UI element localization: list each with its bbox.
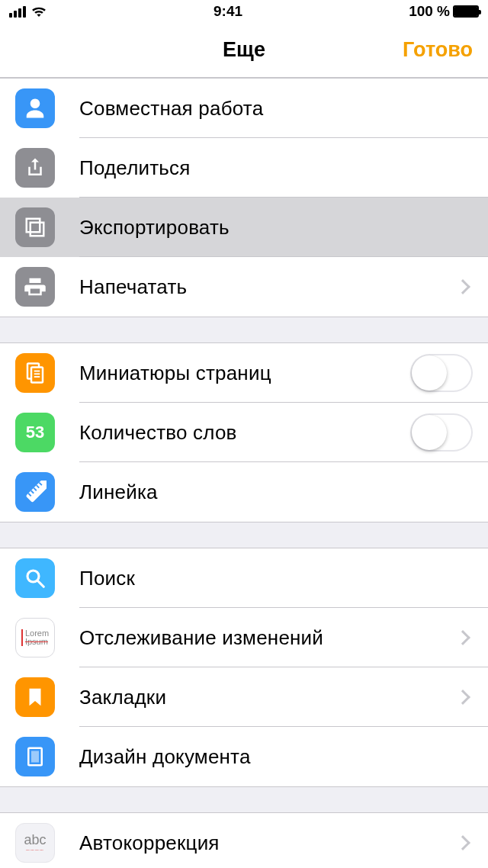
- status-bar: 9:41 100 %: [0, 0, 488, 23]
- toggle-wordcount[interactable]: [410, 413, 473, 452]
- wifi-icon: [30, 5, 47, 18]
- row-track-changes[interactable]: Lorem Ipsum Отслеживание изменений: [0, 608, 488, 667]
- row-share[interactable]: Поделиться: [0, 138, 488, 198]
- row-export[interactable]: Экспортировать: [0, 198, 488, 257]
- svg-rect-3: [31, 368, 43, 383]
- nav-title: Еще: [223, 38, 265, 62]
- printer-icon: [15, 267, 55, 307]
- toggle-thumbnails[interactable]: [410, 354, 473, 392]
- row-label: Поиск: [79, 567, 473, 590]
- status-right: 100 %: [409, 3, 479, 20]
- svg-rect-0: [27, 219, 40, 233]
- row-label: Миниатюры страниц: [79, 362, 410, 385]
- svg-rect-7: [26, 481, 47, 503]
- svg-rect-16: [31, 751, 39, 763]
- export-icon: [15, 207, 55, 247]
- row-label: Отслеживание изменений: [79, 626, 458, 650]
- group-settings: abc ┄┄┄┄ Автокоррекция Комментарии: [0, 812, 488, 868]
- svg-line-14: [38, 581, 44, 587]
- row-label: Напечатать: [79, 275, 458, 299]
- status-time: 9:41: [214, 3, 242, 20]
- nav-bar: Еще Готово: [0, 23, 488, 78]
- row-autocorrect[interactable]: abc ┄┄┄┄ Автокоррекция: [0, 813, 488, 868]
- battery-percent: 100 %: [409, 3, 450, 20]
- group-tools: Поиск Lorem Ipsum Отслеживание изменений…: [0, 548, 488, 787]
- group-view: Миниатюры страниц 53 Количество слов Лин…: [0, 342, 488, 522]
- group-share: Совместная работа Поделиться Экспортиров…: [0, 78, 488, 317]
- pages-icon: [15, 353, 55, 393]
- chevron-right-icon: [455, 279, 470, 294]
- row-search[interactable]: Поиск: [0, 548, 488, 608]
- status-left: [9, 5, 47, 18]
- row-ruler[interactable]: Линейка: [0, 462, 488, 522]
- ruler-icon: [15, 472, 55, 512]
- row-label: Совместная работа: [79, 97, 473, 121]
- person-icon: [15, 88, 55, 128]
- row-label: Закладки: [79, 686, 458, 709]
- row-label: Дизайн документа: [79, 745, 473, 769]
- row-label: Автокоррекция: [79, 831, 458, 855]
- row-collaborate[interactable]: Совместная работа: [0, 79, 488, 138]
- battery-icon: [453, 5, 479, 18]
- document-design-icon: [15, 737, 55, 776]
- row-wordcount[interactable]: 53 Количество слов: [0, 403, 488, 462]
- wordcount-value: 53: [26, 423, 44, 442]
- row-document-design[interactable]: Дизайн документа: [0, 727, 488, 786]
- chevron-right-icon: [455, 835, 470, 850]
- cellular-signal-icon: [9, 6, 26, 18]
- row-label: Поделиться: [79, 156, 473, 180]
- chevron-right-icon: [455, 690, 470, 705]
- chevron-right-icon: [455, 630, 470, 645]
- row-label: Количество слов: [79, 421, 410, 445]
- bookmark-icon: [15, 677, 55, 717]
- share-icon: [15, 148, 55, 188]
- row-label: Экспортировать: [79, 216, 473, 240]
- row-label: Линейка: [79, 481, 473, 504]
- row-thumbnails[interactable]: Миниатюры страниц: [0, 343, 488, 403]
- content: Совместная работа Поделиться Экспортиров…: [0, 78, 488, 868]
- wordcount-icon: 53: [15, 413, 55, 452]
- row-print[interactable]: Напечатать: [0, 257, 488, 317]
- done-button[interactable]: Готово: [403, 38, 473, 62]
- track-changes-icon: Lorem Ipsum: [15, 618, 55, 657]
- svg-rect-1: [30, 223, 44, 236]
- row-bookmarks[interactable]: Закладки: [0, 667, 488, 727]
- search-icon: [15, 558, 55, 598]
- autocorrect-icon: abc ┄┄┄┄: [15, 823, 55, 863]
